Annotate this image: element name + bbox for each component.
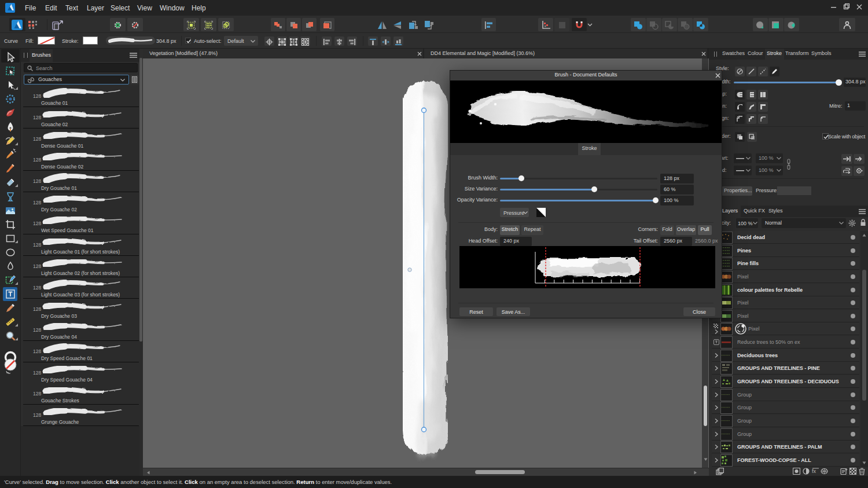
svg-text:fx: fx: [812, 468, 816, 474]
